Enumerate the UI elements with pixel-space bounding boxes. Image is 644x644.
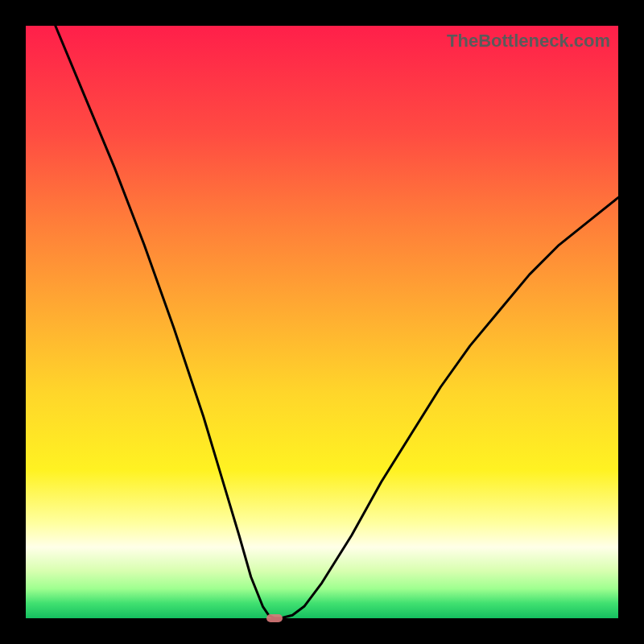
plot-area: TheBottleneck.com — [26, 26, 618, 618]
optimal-point-marker — [266, 614, 283, 622]
bottleneck-curve — [26, 26, 618, 618]
chart-frame: TheBottleneck.com — [0, 0, 644, 644]
